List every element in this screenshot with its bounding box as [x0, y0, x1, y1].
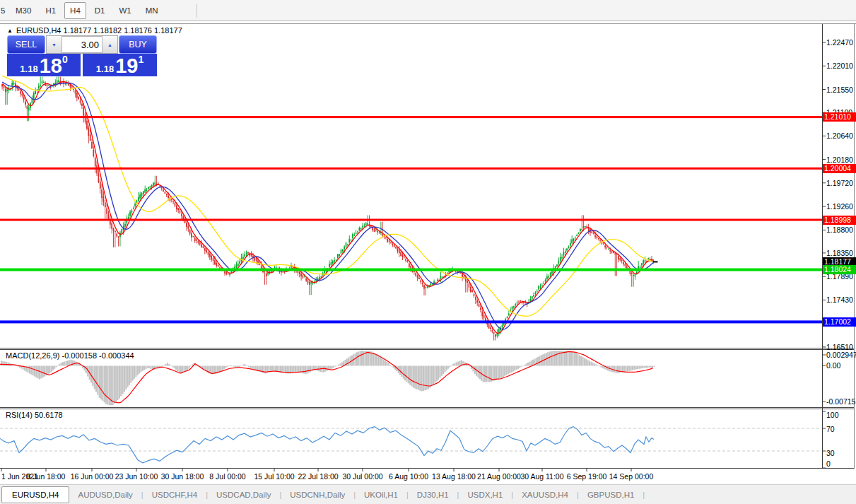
chart-tab-usdcad-daily[interactable]: USDCAD,Daily	[208, 487, 279, 503]
volume-control: ▼ ▲	[46, 35, 118, 54]
macd-indicator-label: MACD(12,26,9) -0.000158 -0.000344	[6, 351, 134, 360]
chevron-up-icon: ▲	[107, 42, 112, 47]
chevron-down-icon: ▼	[52, 42, 57, 47]
rsi-line	[0, 427, 654, 463]
volume-input[interactable]	[61, 36, 102, 53]
buy-price-small: 1.18	[96, 63, 114, 75]
chart-tab-usdchf-h4[interactable]: USDCHF,H4	[143, 487, 206, 503]
chart-tab-xauusd-h4[interactable]: XAUUSD,H4	[513, 487, 577, 503]
buy-button[interactable]: BUY	[119, 35, 157, 54]
sell-button[interactable]: SELL	[7, 35, 45, 54]
tab-separator: |	[643, 491, 645, 499]
rsi-indicator-label: RSI(14) 50.6178	[6, 411, 63, 419]
chart-tab-ukoil-h1[interactable]: UKOil,H1	[356, 487, 406, 503]
one-click-trading-panel: SELL ▼ ▲ BUY 1.18180 1.18191	[7, 35, 157, 76]
volume-decrease-button[interactable]: ▼	[47, 36, 61, 53]
sell-price-small: 1.18	[20, 63, 37, 75]
chart-tab-usdx-h1[interactable]: USDX,H1	[459, 487, 511, 503]
sell-price-display[interactable]: 1.18180	[7, 54, 81, 76]
chart-tab-audusd-daily[interactable]: AUDUSD,Daily	[69, 487, 141, 503]
ma-slow-yellow	[2, 76, 653, 316]
moving-averages	[2, 76, 653, 333]
ma-fast-red	[2, 82, 653, 334]
collapse-arrow-icon[interactable]: ▲	[7, 28, 13, 34]
sell-price-big: 18	[40, 57, 62, 75]
candles-bull	[6, 76, 652, 337]
chart-tab-gbpusd-h1[interactable]: GBPUSD,H1	[579, 487, 643, 503]
buy-price-display[interactable]: 1.18191	[83, 54, 157, 76]
chart-tabs: EURUSD,H4AUDUSD,Daily|USDCHF,H4|USDCAD,D…	[0, 484, 856, 504]
chart-tab-eurusd-h4[interactable]: EURUSD,H4	[1, 486, 69, 503]
sell-price-sup: 0	[62, 54, 68, 65]
chart-tab-usdcnh-daily[interactable]: USDCNH,Daily	[281, 487, 353, 503]
chart-tab-dj30-h1[interactable]: DJ30,H1	[409, 487, 457, 503]
volume-increase-button[interactable]: ▲	[102, 36, 117, 53]
chart-header: ▲EURUSD,H4 1.18177 1.18182 1.18176 1.181…	[7, 26, 182, 35]
trading-terminal-window: 5M30H1H4D1W1MN ▲EURUSD,H4 1.18177 1.1818…	[0, 0, 856, 504]
horizontal-level-lines	[0, 116, 822, 323]
buy-price-sup: 1	[138, 54, 143, 65]
buy-price-big: 19	[115, 57, 138, 75]
symbol-ohlc-text: EURUSD,H4 1.18177 1.18182 1.18176 1.1817…	[16, 26, 182, 35]
rsi-level-lines	[0, 428, 822, 451]
axes	[0, 23, 856, 471]
